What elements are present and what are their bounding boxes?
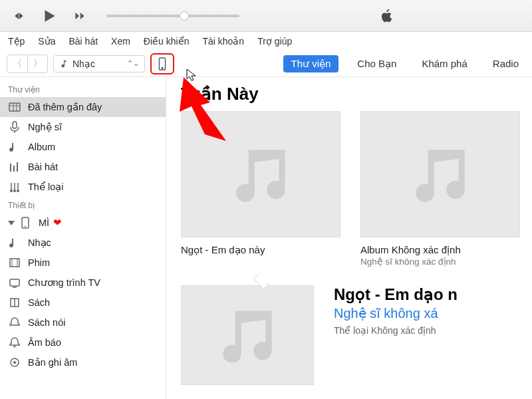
- detail-genre: Thể loại Không xác định: [334, 325, 458, 336]
- nav-history: 〈 〉: [7, 55, 48, 73]
- sidebar-item-nghệ-sĩ[interactable]: Nghệ sĩ: [0, 117, 166, 137]
- main-content: Tuần Này Ngọt - Em dạo này Album Không x…: [166, 77, 532, 399]
- forward-button[interactable]: 〉: [27, 55, 47, 72]
- sidebar-header: Thư viện: [0, 81, 166, 97]
- menu-bar: TệpSửaBài hátXemĐiều khiểnTài khoảnTrợ g…: [0, 32, 532, 51]
- bell2-icon: [8, 336, 21, 349]
- bell-icon: [8, 316, 21, 329]
- svg-point-7: [10, 190, 13, 192]
- album-cover: [181, 111, 340, 237]
- phone-icon: [158, 57, 167, 70]
- menu-trợ giúp[interactable]: Trợ giúp: [257, 36, 292, 47]
- sidebar-item-label: Bản ghi âm: [28, 357, 77, 368]
- album-cover: [181, 285, 314, 385]
- menu-điều khiển[interactable]: Điều khiển: [144, 36, 190, 47]
- sidebar-item-bản-ghi-âm[interactable]: Bản ghi âm: [0, 352, 166, 372]
- sidebar-item-label: Chương trình TV: [28, 277, 100, 288]
- sidebar-item-âm-báo[interactable]: Âm báo: [0, 332, 166, 352]
- menu-bài hát[interactable]: Bài hát: [68, 36, 98, 47]
- book-icon: [8, 296, 21, 309]
- sidebar-item-thể-loại[interactable]: Thể loại: [0, 177, 166, 197]
- detail-title: Ngọt - Em dạo n: [334, 285, 458, 304]
- sidebar-item-label: MÌ: [39, 217, 49, 228]
- sidebar-item-label: Phim: [28, 257, 50, 268]
- sidebar-item-label: Thể loại: [28, 182, 63, 192]
- nav-tabs: Thư việnCho BạnKhám pháRadio: [283, 55, 526, 72]
- menu-sửa[interactable]: Sửa: [38, 36, 55, 47]
- menu-xem[interactable]: Xem: [111, 36, 130, 47]
- music-note-icon: [59, 59, 68, 68]
- genre-icon: [8, 180, 21, 194]
- sidebar-item-label: Nghệ sĩ: [28, 122, 62, 132]
- sidebar-item-bài-hát[interactable]: Bài hát: [0, 157, 166, 177]
- media-type-selector[interactable]: Nhạc ⌃⌄: [53, 55, 145, 72]
- bars-icon: [8, 160, 21, 174]
- detail-artist[interactable]: Nghệ sĩ không xá: [334, 305, 458, 321]
- svg-point-11: [25, 226, 26, 227]
- player-bar: [0, 0, 532, 32]
- card-subtitle: Nghệ sĩ không xác định: [360, 256, 520, 267]
- album-card[interactable]: Album Không xác định Nghệ sĩ không xác đ…: [360, 111, 520, 267]
- tab-cho-bạn[interactable]: Cho Bạn: [350, 55, 403, 72]
- volume-slider[interactable]: [106, 15, 239, 17]
- sidebar-item-album[interactable]: Album: [0, 137, 166, 157]
- device-button[interactable]: [150, 53, 174, 74]
- tab-radio[interactable]: Radio: [486, 55, 525, 72]
- music-notes-icon: [404, 138, 477, 211]
- sidebar-item-label: Bài hát: [28, 162, 58, 172]
- album-detail: Ngọt - Em dạo n Nghệ sĩ không xá Thể loạ…: [334, 285, 458, 336]
- music-notes-icon: [211, 299, 284, 372]
- grid-icon: [8, 100, 21, 114]
- svg-point-9: [17, 190, 19, 192]
- sidebar-item-label: Nhạc: [28, 237, 51, 248]
- sidebar-item-đã-thêm-gần-đây[interactable]: Đã thêm gần đây: [0, 97, 166, 117]
- tab-thư-viện[interactable]: Thư viện: [283, 55, 339, 72]
- music-notes-icon: [224, 138, 297, 211]
- sidebar-header: Thiết bị: [0, 197, 166, 213]
- phone-icon: [19, 216, 32, 229]
- heart-icon: ❤: [53, 217, 62, 229]
- sidebar-item-label: Âm báo: [28, 337, 61, 348]
- sidebar-item-nhạc[interactable]: Nhạc: [0, 233, 166, 253]
- sidebar-item-label: Album: [28, 142, 55, 152]
- card-title: Ngọt - Em dạo này: [181, 244, 340, 256]
- svg-rect-15: [10, 279, 19, 286]
- sidebar-item-phim[interactable]: Phim: [0, 253, 166, 273]
- sidebar: Thư việnĐã thêm gần đâyNghệ sĩAlbumBài h…: [0, 77, 166, 399]
- menu-tài khoản[interactable]: Tài khoản: [202, 36, 244, 47]
- svg-rect-2: [9, 103, 20, 111]
- note-icon: [8, 140, 21, 154]
- play-button[interactable]: [40, 7, 59, 25]
- toolbar: 〈 〉 Nhạc ⌃⌄ Thư việnCho BạnKhám pháRadio: [0, 51, 532, 77]
- next-button[interactable]: [70, 7, 89, 25]
- section-heading: Tuần Này: [181, 84, 517, 104]
- sidebar-item-mì[interactable]: MÌ❤: [0, 213, 166, 233]
- slider-knob[interactable]: [180, 11, 189, 21]
- sidebar-item-chương-trình-tv[interactable]: Chương trình TV: [0, 273, 166, 293]
- disclosure-icon: [8, 221, 15, 225]
- apple-logo-icon: [379, 8, 395, 24]
- card-title: Album Không xác định: [360, 244, 520, 256]
- tab-khám-phá[interactable]: Khám phá: [415, 55, 473, 72]
- svg-point-1: [162, 67, 163, 68]
- tv-icon: [8, 276, 21, 289]
- rec-icon: [8, 356, 21, 369]
- note-icon: [8, 236, 21, 249]
- album-cover: [360, 111, 520, 237]
- svg-rect-12: [10, 259, 19, 267]
- svg-point-19: [13, 361, 16, 364]
- svg-rect-6: [13, 122, 17, 128]
- back-button[interactable]: 〈: [7, 55, 27, 72]
- album-card[interactable]: Ngọt - Em dạo này: [181, 111, 340, 267]
- sidebar-item-sách-nói[interactable]: Sách nói: [0, 313, 166, 332]
- film-icon: [8, 256, 21, 269]
- menu-tệp[interactable]: Tệp: [8, 36, 25, 47]
- chevron-updown-icon: ⌃⌄: [127, 59, 139, 68]
- svg-point-8: [13, 190, 16, 192]
- prev-button[interactable]: [9, 7, 28, 25]
- sidebar-item-label: Sách nói: [28, 317, 65, 328]
- svg-point-17: [14, 346, 16, 348]
- sidebar-item-sách[interactable]: Sách: [0, 293, 166, 313]
- sidebar-item-label: Sách: [28, 297, 50, 308]
- sidebar-item-label: Đã thêm gần đây: [28, 102, 102, 112]
